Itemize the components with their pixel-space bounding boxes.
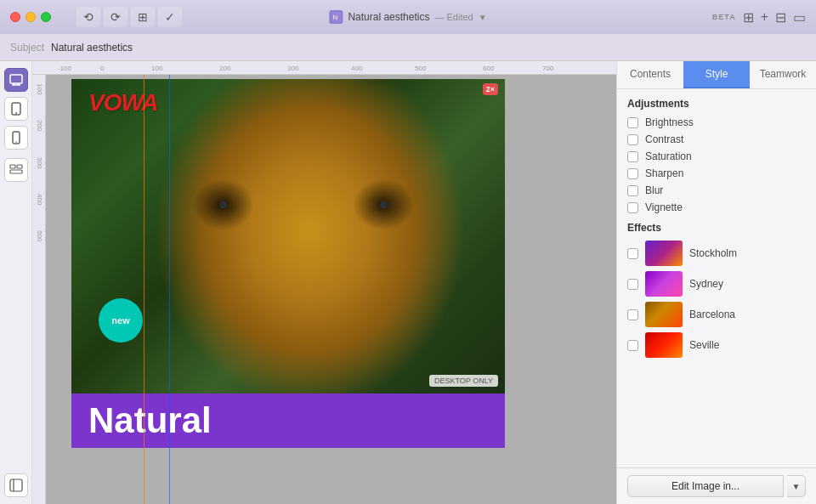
close-button[interactable] — [10, 12, 20, 22]
sharpen-checkbox[interactable] — [627, 168, 638, 179]
panel-footer: Edit Image in... ▼ — [617, 467, 816, 504]
adjustment-blur: Blur — [627, 184, 806, 196]
toolbar: Subject Natural aesthetics — [0, 34, 816, 61]
right-panel: Contents Style Teamwork Adjustments Brig… — [616, 61, 816, 504]
ruler-tick: 0 — [100, 65, 104, 72]
dropdown-chevron-icon[interactable]: ▼ — [479, 13, 487, 22]
mobile-view-button[interactable] — [4, 126, 28, 150]
design-canvas[interactable]: 2× VOWA new DESKTOP ONLY Natural — [71, 79, 505, 448]
beta-badge: BETA — [712, 13, 736, 21]
ruler-tick: 600 — [483, 65, 494, 72]
document-name: Natural aesthetics — [51, 42, 133, 54]
adjustment-contrast: Contrast — [627, 133, 806, 145]
device-select-button[interactable]: ⊞ — [131, 7, 155, 27]
left-sidebar — [0, 61, 32, 504]
canvas-content[interactable]: 2× VOWA new DESKTOP ONLY Natural — [46, 75, 616, 504]
dropdown-arrow-icon: ▼ — [792, 482, 801, 491]
vignette-label: Vignette — [645, 201, 683, 213]
add-icon[interactable]: + — [761, 9, 768, 25]
adjustment-brightness: Brightness — [627, 116, 806, 128]
ruler-tick: 300 — [287, 65, 298, 72]
window-controls — [10, 12, 51, 22]
blur-checkbox[interactable] — [627, 185, 638, 196]
maximize-button[interactable] — [41, 12, 51, 22]
titlebar: ⟲ ⟳ ⊞ ✓ N Natural aesthetics — Edited ▼ … — [0, 0, 816, 34]
settings-button[interactable] — [4, 473, 28, 497]
tab-style[interactable]: Style — [683, 61, 750, 88]
barcelona-checkbox[interactable] — [627, 309, 638, 320]
document-title: Natural aesthetics — [348, 11, 429, 23]
effect-seville: Seville — [627, 332, 806, 358]
panel-content: Adjustments Brightness Contrast Saturati… — [617, 89, 816, 467]
canvas-area[interactable]: -100 0 100 200 300 400 500 600 700 100 2… — [32, 61, 616, 504]
stockholm-checkbox[interactable] — [627, 248, 638, 259]
svg-rect-10 — [10, 165, 15, 168]
check-button[interactable]: ✓ — [158, 7, 182, 27]
desktop-view-button[interactable] — [4, 68, 28, 92]
svg-point-7 — [15, 112, 17, 114]
ruler-top: -100 0 100 200 300 400 500 600 700 — [32, 61, 616, 75]
guide-line-vertical-1 — [144, 75, 144, 504]
contrast-checkbox[interactable] — [627, 134, 638, 145]
effect-barcelona: Barcelona — [627, 302, 806, 327]
seville-thumbnail — [645, 332, 683, 358]
svg-rect-12 — [10, 170, 22, 173]
leopard-photo — [71, 79, 505, 394]
titlebar-right: BETA ⊞ + ⊟ ▭ — [712, 9, 806, 25]
svg-rect-2 — [10, 75, 22, 83]
contrast-label: Contrast — [645, 133, 683, 145]
sydney-label: Sydney — [689, 278, 723, 290]
effect-stockholm: Stockholm — [627, 241, 806, 266]
svg-point-9 — [15, 141, 17, 143]
saturation-checkbox[interactable] — [627, 151, 638, 162]
tab-teamwork[interactable]: Teamwork — [750, 61, 816, 88]
grid-icon[interactable]: ⊞ — [743, 9, 754, 25]
sydney-checkbox[interactable] — [627, 279, 638, 290]
canvas-headline: Natural — [71, 394, 505, 448]
document-icon: N — [329, 10, 343, 24]
desktop-only-badge: DESKTOP ONLY — [429, 375, 498, 387]
ruler-tick: 700 — [542, 65, 553, 72]
edit-image-button[interactable]: Edit Image in... — [627, 475, 784, 497]
view-icon[interactable]: ⊟ — [775, 9, 786, 25]
svg-rect-11 — [17, 165, 22, 168]
logo: VOWA — [88, 89, 158, 116]
titlebar-tools: ⟲ ⟳ ⊞ ✓ — [76, 7, 182, 27]
main-area: -100 0 100 200 300 400 500 600 700 100 2… — [0, 61, 816, 504]
edit-image-dropdown-button[interactable]: ▼ — [787, 475, 806, 497]
new-badge: new — [99, 298, 143, 343]
widget-view-button[interactable] — [4, 158, 28, 182]
stockholm-label: Stockholm — [689, 247, 737, 259]
adjustment-saturation: Saturation — [627, 150, 806, 162]
resolution-badge: 2× — [483, 83, 498, 95]
subject-label: Subject — [10, 42, 44, 54]
barcelona-label: Barcelona — [689, 309, 735, 320]
nav-back-button[interactable]: ⟲ — [76, 7, 100, 27]
ruler-tick: 400 — [351, 65, 362, 72]
nav-forward-button[interactable]: ⟳ — [104, 7, 128, 27]
adjustments-title: Adjustments — [627, 98, 806, 110]
barcelona-thumbnail — [645, 302, 683, 327]
panel-tabs: Contents Style Teamwork — [617, 61, 816, 89]
panel-icon[interactable]: ▭ — [793, 9, 806, 25]
adjustment-sharpen: Sharpen — [627, 167, 806, 179]
vignette-checkbox[interactable] — [627, 202, 638, 213]
effects-section: Effects Stockholm Sydney Barcelona — [627, 222, 806, 358]
effects-title: Effects — [627, 222, 806, 234]
tab-contents[interactable]: Contents — [617, 61, 683, 88]
edited-label: — Edited — [434, 12, 473, 22]
brightness-label: Brightness — [645, 116, 694, 128]
toolbar-icons: ⊞ + ⊟ ▭ — [743, 9, 806, 25]
tablet-view-button[interactable] — [4, 97, 28, 121]
minimize-button[interactable] — [26, 12, 36, 22]
ruler-tick: 100 — [151, 65, 162, 72]
svg-text:N: N — [332, 14, 337, 21]
guide-line-vertical-2 — [169, 75, 170, 504]
sydney-thumbnail — [645, 271, 683, 297]
canvas-image[interactable]: VOWA new DESKTOP ONLY — [71, 79, 505, 394]
titlebar-center: N Natural aesthetics — Edited ▼ — [329, 10, 486, 24]
seville-checkbox[interactable] — [627, 340, 638, 351]
svg-rect-13 — [10, 479, 22, 491]
brightness-checkbox[interactable] — [627, 117, 638, 128]
ruler-left: 100 200 300 400 500 — [32, 75, 46, 504]
